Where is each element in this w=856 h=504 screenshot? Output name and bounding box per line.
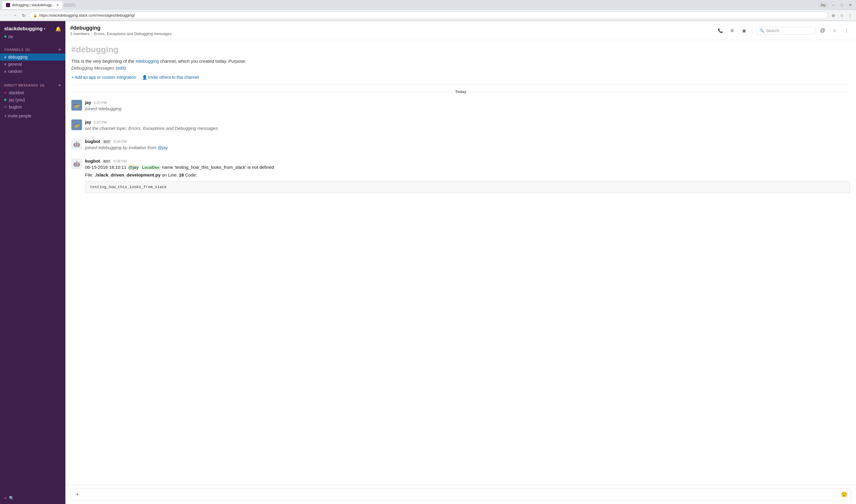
avatar-emoji-2: 🚁 [73, 122, 80, 128]
file-label: File: [85, 173, 95, 177]
meta-separator: | [91, 32, 92, 36]
notifications-bell-icon[interactable]: 🔔 [55, 26, 61, 32]
search-icon: 🔍 [760, 28, 764, 33]
msg-time-4: 6:09 PM [113, 159, 127, 163]
heart-icon: ♥ [4, 91, 6, 95]
channel-hash-icon: # [4, 69, 6, 74]
address-bar[interactable]: 🔒 https://slackdebugging.slack.com/messa… [29, 12, 828, 19]
close-window-button[interactable]: ✕ [847, 2, 854, 8]
maximize-button[interactable]: □ [839, 2, 845, 8]
ssl-lock-icon: 🔒 [33, 13, 37, 18]
sidebar-item-general[interactable]: # general [0, 60, 65, 68]
message-jay-joined: 🚁 jay 5:20 PM joined #debugging [71, 98, 850, 113]
line-label: on Line: [162, 173, 179, 177]
phone-icon: 📞 [718, 28, 723, 33]
bookmark-button[interactable]: ☆ [838, 12, 845, 19]
msg-author-3: bugbot [85, 139, 100, 144]
channel-title-area: #debugging 2 members | Errors, Exception… [70, 25, 715, 36]
intro-purpose: Debugging Messages [71, 65, 114, 70]
code-label: Code: [185, 173, 197, 177]
msg-text-1: joined #debugging [85, 106, 850, 112]
msg-text-2: set the channel topic: Errors, Exception… [85, 125, 850, 132]
message-header-2: jay 5:20 PM [85, 120, 850, 125]
refresh-button[interactable]: ↻ [20, 12, 27, 19]
layout-button[interactable]: ▣ [739, 26, 749, 35]
intro-edit-link[interactable]: edit [117, 65, 124, 70]
minimize-button[interactable]: ─ [831, 2, 837, 8]
browser-nav: ← → ↻ 🔒 https://slackdebugging.slack.com… [0, 10, 856, 21]
forward-button[interactable]: → [11, 12, 18, 19]
message-content-1: jay 5:20 PM joined #debugging [85, 100, 850, 112]
channel-name-random: random [8, 69, 22, 74]
invite-people-button[interactable]: + Invite people [0, 111, 65, 121]
browser-titlebar: debugging | slackdebugg... ✕ Jay ─ □ ✕ [0, 0, 856, 10]
message-input-area: + 🙂 [65, 485, 856, 504]
add-app-button[interactable]: + Add an app or custom integration [71, 75, 136, 79]
call-button[interactable]: 📞 [715, 26, 725, 35]
star-icon: ☆ [833, 28, 837, 33]
sidebar-footer[interactable]: ≡ 🔍 [0, 492, 65, 504]
channel-hash-icon: # [4, 55, 6, 59]
mentions-button[interactable]: @ [818, 26, 827, 35]
bot-badge-4: BOT [103, 160, 111, 163]
header-divider [752, 27, 753, 34]
avatar-jay-2: 🚁 [71, 120, 82, 130]
invite-icon: 👤 [142, 75, 147, 79]
msg-author-4: bugbot [85, 158, 100, 163]
dm-name-bugbot: bugbot [9, 105, 22, 109]
dm-item-jay[interactable]: jay (you) [0, 96, 65, 103]
msg-text-4: 06-15-2016 18:10:11 @jay LocalDev name '… [85, 164, 850, 171]
today-label: Today [451, 89, 469, 94]
message-header-3: bugbot BOT 6:09 PM [85, 139, 850, 144]
settings-button[interactable]: ⚙ [727, 26, 737, 35]
sidebar-item-random[interactable]: # random [0, 68, 65, 75]
workspace-name-text: slackdebugging [4, 26, 42, 32]
dm-item-slackbot[interactable]: ♥ slackbot [0, 89, 65, 96]
intro-channel-link[interactable]: #debugging [136, 58, 159, 64]
add-channel-button[interactable]: + [58, 47, 61, 52]
msg-env-tag: LocalDev [141, 165, 161, 170]
zoom-button[interactable]: ⊖ [830, 12, 837, 19]
msg-text-3: joined #debugging by invitation from @ja… [85, 144, 850, 151]
msg-at-mention: @jay [127, 165, 139, 170]
emoji-picker-button[interactable]: 🙂 [841, 491, 848, 498]
sidebar-search-icon: 🔍 [9, 496, 14, 501]
add-dm-button[interactable]: + [58, 83, 61, 88]
channel-name-general: general [8, 62, 22, 67]
search-box[interactable]: 🔍 Search [756, 27, 816, 35]
search-placeholder-text: Search [766, 28, 779, 33]
members-count: 2 members [70, 32, 89, 36]
bot-badge-3: BOT [103, 140, 111, 144]
invite-others-button[interactable]: 👤 Invite others to this channel [142, 75, 199, 79]
active-tab[interactable]: debugging | slackdebugg... ✕ [2, 1, 63, 9]
user-online-dot [4, 35, 6, 38]
intro-text: This is the very beginning of the #debug… [71, 58, 850, 71]
inactive-tab[interactable] [64, 3, 75, 7]
sidebar-menu-icon: ≡ [4, 496, 6, 501]
intro-text-before: This is the very beginning of the [71, 58, 135, 64]
messages-area: #debugging This is the very beginning of… [65, 40, 856, 485]
back-button[interactable]: ← [2, 12, 10, 19]
more-options-button[interactable]: ⋮ [842, 26, 851, 35]
channel-intro: #debugging This is the very beginning of… [71, 45, 850, 85]
current-user-name: jay [8, 34, 13, 39]
code-content: testing_how_this_looks_from_slack [90, 185, 166, 189]
sidebar-item-debugging[interactable]: # debugging [0, 54, 65, 60]
channels-label: CHANNELS (3) [4, 48, 30, 51]
menu-button[interactable]: ⋮ [846, 12, 854, 19]
message-bugbot-joined: 🤖 bugbot BOT 6:09 PM joined #debugging b… [71, 138, 850, 152]
browser-chrome: debugging | slackdebugg... ✕ Jay ─ □ ✕ ←… [0, 0, 856, 21]
attach-button[interactable]: + [74, 491, 81, 498]
message-input-field[interactable] [84, 492, 838, 497]
channel-name-heading: #debugging [70, 25, 715, 31]
starred-button[interactable]: ☆ [830, 26, 839, 35]
intro-actions: + Add an app or custom integration 👤 Inv… [71, 75, 850, 79]
tab-title: debugging | slackdebugg... [12, 3, 54, 7]
workspace-name[interactable]: slackdebugging ▾ [4, 26, 46, 32]
file-path: ./slack_driven_development.py [95, 173, 161, 177]
more-icon: ⋮ [844, 28, 849, 33]
message-header-4: bugbot BOT 6:09 PM [85, 158, 850, 163]
dm-item-bugbot[interactable]: bugbot [0, 103, 65, 111]
avatar-bugbot-2: 🤖 [71, 158, 82, 169]
tab-close-button[interactable]: ✕ [56, 3, 59, 7]
